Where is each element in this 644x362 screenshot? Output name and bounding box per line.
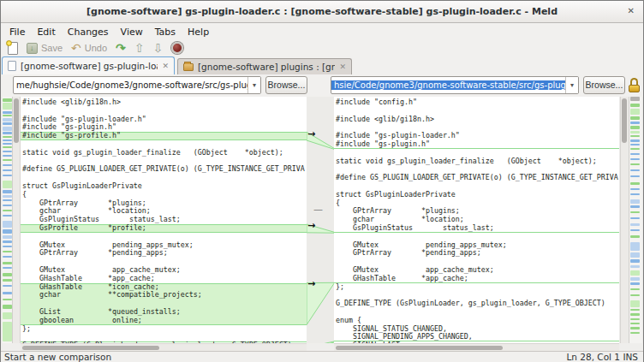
diffmap-block [630,97,640,101]
menu-changes[interactable]: Changes [62,25,115,39]
scrollbar-thumb[interactable] [336,346,503,350]
push-change-right-arrow[interactable]: → [307,130,315,139]
right-horizontal-scrollbar[interactable] [334,343,619,351]
diffmap-block [3,279,12,282]
menu-tabs[interactable]: Tabs [149,25,182,39]
code-line: GsPluginStatus status_last; [334,224,619,233]
right-diffmap[interactable] [629,97,642,343]
diffmap-block [3,292,12,294]
scrollbar-thumb[interactable] [622,98,627,143]
stop-icon [171,42,183,54]
diffmap-block [630,277,640,281]
diffmap-block [3,111,12,114]
code-line: GPtrArray *pending_apps; [334,249,619,258]
diffmap-block [630,252,640,258]
diffmap-block [3,127,12,131]
diffmap-block [630,163,640,165]
diffmap-block [3,115,12,116]
lock-icon[interactable] [628,78,641,92]
next-change-button[interactable]: ⇩ [153,42,164,54]
diffmap-block [630,158,640,160]
new-comparison-button[interactable] [8,42,18,55]
diffmap-block [630,199,640,204]
diffmap-block [630,205,640,208]
window-close-icon[interactable]: ✕ [628,6,635,15]
left-browse-button[interactable]: Browse... [265,76,307,94]
tab-label: [gnome-software] plugins : [gnome-soft [198,62,335,72]
previous-change-button[interactable]: ⇧ [134,42,145,54]
diffmap-block [3,285,12,287]
tab-label: [gnome-software] gs-plugin-loader.c : [g [21,61,158,71]
save-button[interactable]: ↓ Save [27,43,63,54]
left-horizontal-scrollbar[interactable] [21,343,307,351]
scrollbar-thumb[interactable] [22,346,159,350]
central-gutter: → — → → [307,97,334,343]
save-icon: ↓ [27,43,38,54]
push-change-right-arrow[interactable]: → [307,280,315,288]
tab-close-icon[interactable]: ✕ [162,62,169,70]
diffmap-block [3,181,12,188]
code-line [334,308,619,317]
tab-plugins[interactable]: [gnome-software] plugins : [gnome-soft ✕ [177,58,352,74]
right-file-combobox[interactable]: hsie/Code/gnome3/gnome-software-stable/s… [331,76,579,94]
redo-button[interactable]: ↷ [116,42,126,54]
delete-chunk-icon[interactable]: — [313,206,323,213]
right-vertical-scrollbar[interactable] [620,97,628,343]
diffmap-block [630,217,640,219]
code-line: #include <glib/gi18n.h> [334,116,619,124]
chevron-down-icon[interactable]: ▾ [247,77,260,93]
diffmap-block [630,235,640,238]
diffmap-block [630,318,640,320]
diffmap-block [630,188,640,190]
diffmap-block [3,235,12,239]
diffmap-block [3,240,12,243]
statusbar: Start a new comparison Ln 28, Col 1 INS [1,351,643,362]
menu-view[interactable]: View [115,25,149,39]
folder-icon [183,63,194,71]
save-label: Save [41,43,63,53]
hscroll-row [1,343,643,351]
code-line: #include "config.h" [334,98,619,107]
status-message: Start a new comparison [4,352,111,362]
left-code-pane[interactable]: #include <glib/gi18n.h>#include "gs-plug… [21,97,307,343]
tab-close-icon[interactable]: ✕ [339,62,346,71]
right-browse-button[interactable]: Browse... [583,76,625,94]
diffmap-block [3,229,12,234]
diffmap-block [630,144,640,145]
chevron-down-icon[interactable]: ▾ [565,77,578,93]
right-code-pane[interactable]: #include "config.h"#include <glib/gi18n.… [334,97,619,343]
diffmap-block [630,265,640,268]
left-vertical-scrollbar[interactable] [13,97,21,343]
meld-window: [gnome-software] gs-plugin-loader.c : [g… [0,0,644,362]
code-line: gchar **compatible_projects; [21,291,307,300]
diffmap-block [3,267,12,269]
diffmap-block [630,294,640,296]
menu-file[interactable]: File [3,25,31,39]
code-line: #include "gs-profile.h" [21,132,307,140]
diffmap-block [630,148,640,150]
diffmap-block [3,118,12,122]
diffmap-block [3,146,12,148]
push-change-right-arrow[interactable]: → [307,222,315,230]
diffmap-block [3,132,12,134]
tab-gs-plugin-loader[interactable]: [gnome-software] gs-plugin-loader.c : [g… [2,56,175,74]
diffmap-block [3,136,12,138]
menu-edit[interactable]: Edit [31,25,61,39]
diffmap-block [3,221,12,228]
undo-button[interactable]: ↶ Undo [71,42,107,54]
scrollbar-thumb[interactable] [14,98,19,143]
diffmap-block [3,210,12,211]
diffmap-block [3,195,12,198]
titlebar: [gnome-software] gs-plugin-loader.c : [g… [1,1,643,23]
diffmap-block [630,288,640,290]
diffmap-block [3,164,12,166]
left-diffmap[interactable] [2,97,13,343]
code-line: static void gs_plugin_loader_finalize (G… [21,149,307,157]
diffmap-block [630,131,640,134]
diffmap-block [3,215,12,217]
diffmap-block [630,309,640,311]
left-file-combobox[interactable]: me/hughsie/Code/gnome3/gnome-software/sr… [13,76,261,94]
menu-help[interactable]: Help [182,25,215,39]
stop-button[interactable] [171,42,183,54]
diff-area: #include <glib/gi18n.h>#include "gs-plug… [1,97,643,343]
